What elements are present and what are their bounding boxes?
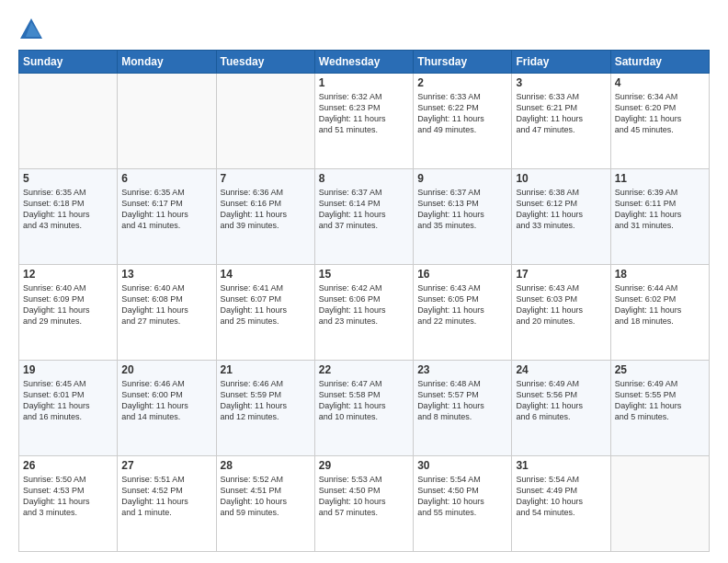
day-cell: 7Sunrise: 6:36 AM Sunset: 6:16 PM Daylig… [216, 169, 314, 265]
day-cell: 14Sunrise: 6:41 AM Sunset: 6:07 PM Dayli… [216, 265, 314, 361]
day-cell: 29Sunrise: 5:53 AM Sunset: 4:50 PM Dayli… [314, 456, 413, 552]
day-info: Sunrise: 6:49 AM Sunset: 5:55 PM Dayligh… [615, 378, 705, 423]
day-cell: 24Sunrise: 6:49 AM Sunset: 5:56 PM Dayli… [512, 361, 610, 456]
day-info: Sunrise: 6:37 AM Sunset: 6:14 PM Dayligh… [319, 187, 409, 232]
day-info: Sunrise: 6:39 AM Sunset: 6:11 PM Dayligh… [615, 187, 705, 232]
day-cell: 8Sunrise: 6:37 AM Sunset: 6:14 PM Daylig… [314, 169, 413, 265]
day-info: Sunrise: 6:40 AM Sunset: 6:08 PM Dayligh… [121, 282, 211, 327]
day-cell: 21Sunrise: 6:46 AM Sunset: 5:59 PM Dayli… [216, 361, 314, 456]
day-cell: 5Sunrise: 6:35 AM Sunset: 6:18 PM Daylig… [19, 169, 118, 265]
day-number: 30 [417, 459, 507, 472]
calendar: SundayMondayTuesdayWednesdayThursdayFrid… [18, 50, 710, 552]
day-info: Sunrise: 5:54 AM Sunset: 4:50 PM Dayligh… [417, 474, 507, 519]
day-cell: 9Sunrise: 6:37 AM Sunset: 6:13 PM Daylig… [414, 169, 512, 265]
day-number: 11 [615, 172, 705, 185]
day-info: Sunrise: 5:54 AM Sunset: 4:49 PM Dayligh… [516, 474, 606, 519]
day-number: 28 [221, 459, 311, 472]
week-row-1: 1Sunrise: 6:32 AM Sunset: 6:23 PM Daylig… [19, 74, 710, 169]
day-cell: 27Sunrise: 5:51 AM Sunset: 4:52 PM Dayli… [118, 456, 216, 552]
day-info: Sunrise: 6:41 AM Sunset: 6:07 PM Dayligh… [221, 282, 311, 327]
day-cell: 19Sunrise: 6:45 AM Sunset: 6:01 PM Dayli… [19, 361, 118, 456]
day-cell: 31Sunrise: 5:54 AM Sunset: 4:49 PM Dayli… [512, 456, 610, 552]
day-cell: 1Sunrise: 6:32 AM Sunset: 6:23 PM Daylig… [314, 74, 413, 169]
day-info: Sunrise: 6:47 AM Sunset: 5:58 PM Dayligh… [319, 378, 409, 423]
day-cell: 23Sunrise: 6:48 AM Sunset: 5:57 PM Dayli… [414, 361, 512, 456]
weekday-header-friday: Friday [512, 51, 610, 74]
day-number: 27 [121, 459, 211, 472]
day-number: 17 [516, 268, 606, 281]
day-cell: 4Sunrise: 6:34 AM Sunset: 6:20 PM Daylig… [610, 74, 709, 169]
day-cell [216, 74, 314, 169]
weekday-header-saturday: Saturday [610, 51, 709, 74]
day-number: 29 [319, 459, 409, 472]
day-info: Sunrise: 6:46 AM Sunset: 5:59 PM Dayligh… [221, 378, 311, 423]
page: SundayMondayTuesdayWednesdayThursdayFrid… [0, 0, 728, 563]
day-number: 5 [23, 172, 113, 185]
day-cell [19, 74, 118, 169]
day-info: Sunrise: 6:42 AM Sunset: 6:06 PM Dayligh… [319, 282, 409, 327]
day-number: 13 [121, 268, 211, 281]
day-info: Sunrise: 6:43 AM Sunset: 6:03 PM Dayligh… [516, 282, 606, 327]
day-info: Sunrise: 6:40 AM Sunset: 6:09 PM Dayligh… [23, 282, 113, 327]
day-number: 26 [23, 459, 113, 472]
day-cell: 20Sunrise: 6:46 AM Sunset: 6:00 PM Dayli… [118, 361, 216, 456]
day-info: Sunrise: 6:45 AM Sunset: 6:01 PM Dayligh… [23, 378, 113, 423]
day-info: Sunrise: 6:33 AM Sunset: 6:21 PM Dayligh… [516, 91, 606, 136]
day-info: Sunrise: 6:32 AM Sunset: 6:23 PM Dayligh… [319, 91, 409, 136]
day-cell: 25Sunrise: 6:49 AM Sunset: 5:55 PM Dayli… [610, 361, 709, 456]
week-row-4: 19Sunrise: 6:45 AM Sunset: 6:01 PM Dayli… [19, 361, 710, 456]
day-info: Sunrise: 6:34 AM Sunset: 6:20 PM Dayligh… [615, 91, 705, 136]
day-number: 4 [615, 76, 705, 89]
day-info: Sunrise: 5:52 AM Sunset: 4:51 PM Dayligh… [221, 474, 311, 519]
day-number: 15 [319, 268, 409, 281]
day-cell [118, 74, 216, 169]
day-info: Sunrise: 6:44 AM Sunset: 6:02 PM Dayligh… [615, 282, 705, 327]
day-cell: 3Sunrise: 6:33 AM Sunset: 6:21 PM Daylig… [512, 74, 610, 169]
weekday-header-tuesday: Tuesday [216, 51, 314, 74]
day-info: Sunrise: 6:38 AM Sunset: 6:12 PM Dayligh… [516, 187, 606, 232]
day-number: 21 [221, 363, 311, 376]
day-cell: 10Sunrise: 6:38 AM Sunset: 6:12 PM Dayli… [512, 169, 610, 265]
header [18, 17, 710, 42]
day-info: Sunrise: 6:43 AM Sunset: 6:05 PM Dayligh… [417, 282, 507, 327]
weekday-header-thursday: Thursday [414, 51, 512, 74]
day-number: 10 [516, 172, 606, 185]
day-cell: 15Sunrise: 6:42 AM Sunset: 6:06 PM Dayli… [314, 265, 413, 361]
day-cell: 13Sunrise: 6:40 AM Sunset: 6:08 PM Dayli… [118, 265, 216, 361]
day-cell: 22Sunrise: 6:47 AM Sunset: 5:58 PM Dayli… [314, 361, 413, 456]
day-number: 3 [516, 76, 606, 89]
logo [18, 17, 48, 42]
day-cell: 17Sunrise: 6:43 AM Sunset: 6:03 PM Dayli… [512, 265, 610, 361]
week-row-2: 5Sunrise: 6:35 AM Sunset: 6:18 PM Daylig… [19, 169, 710, 265]
day-number: 31 [516, 459, 606, 472]
day-info: Sunrise: 5:51 AM Sunset: 4:52 PM Dayligh… [121, 474, 211, 519]
day-cell: 26Sunrise: 5:50 AM Sunset: 4:53 PM Dayli… [19, 456, 118, 552]
day-info: Sunrise: 6:46 AM Sunset: 6:00 PM Dayligh… [121, 378, 211, 423]
day-number: 2 [417, 76, 507, 89]
day-number: 7 [221, 172, 311, 185]
day-number: 14 [221, 268, 311, 281]
day-number: 8 [319, 172, 409, 185]
day-info: Sunrise: 6:49 AM Sunset: 5:56 PM Dayligh… [516, 378, 606, 423]
week-row-3: 12Sunrise: 6:40 AM Sunset: 6:09 PM Dayli… [19, 265, 710, 361]
day-cell: 6Sunrise: 6:35 AM Sunset: 6:17 PM Daylig… [118, 169, 216, 265]
day-cell: 28Sunrise: 5:52 AM Sunset: 4:51 PM Dayli… [216, 456, 314, 552]
day-cell: 11Sunrise: 6:39 AM Sunset: 6:11 PM Dayli… [610, 169, 709, 265]
day-info: Sunrise: 6:37 AM Sunset: 6:13 PM Dayligh… [417, 187, 507, 232]
weekday-header-sunday: Sunday [19, 51, 118, 74]
day-cell [610, 456, 709, 552]
day-number: 12 [23, 268, 113, 281]
day-number: 6 [121, 172, 211, 185]
day-number: 25 [615, 363, 705, 376]
day-number: 1 [319, 76, 409, 89]
day-cell: 2Sunrise: 6:33 AM Sunset: 6:22 PM Daylig… [414, 74, 512, 169]
day-info: Sunrise: 6:48 AM Sunset: 5:57 PM Dayligh… [417, 378, 507, 423]
day-cell: 12Sunrise: 6:40 AM Sunset: 6:09 PM Dayli… [19, 265, 118, 361]
day-info: Sunrise: 5:50 AM Sunset: 4:53 PM Dayligh… [23, 474, 113, 519]
day-number: 22 [319, 363, 409, 376]
weekday-header-monday: Monday [118, 51, 216, 74]
day-info: Sunrise: 6:35 AM Sunset: 6:18 PM Dayligh… [23, 187, 113, 232]
day-number: 19 [23, 363, 113, 376]
weekday-header-row: SundayMondayTuesdayWednesdayThursdayFrid… [19, 51, 710, 74]
day-info: Sunrise: 6:36 AM Sunset: 6:16 PM Dayligh… [221, 187, 311, 232]
